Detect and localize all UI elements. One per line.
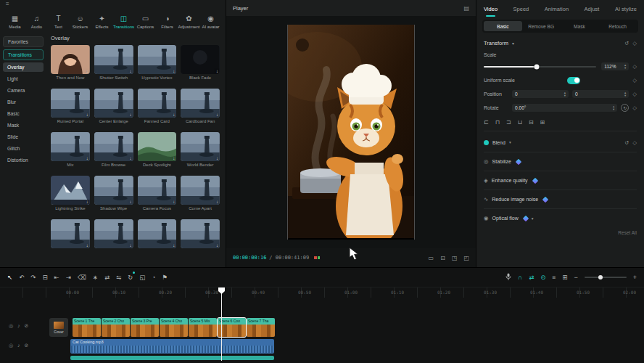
- video-preview[interactable]: [287, 25, 415, 240]
- mute-track-icon[interactable]: ♪: [17, 323, 20, 329]
- inspector-tab-speed[interactable]: Speed: [513, 1, 529, 17]
- transition-item-item[interactable]: ↓: [94, 219, 133, 256]
- mirror-icon[interactable]: ⇋: [116, 274, 121, 281]
- transition-thumbnail[interactable]: ↓: [94, 45, 133, 74]
- inspector-tab-adjust[interactable]: Adjust: [585, 1, 600, 17]
- transition-item-item[interactable]: ↓: [138, 219, 177, 256]
- category-transitions[interactable]: Transitions: [3, 49, 44, 60]
- sub-tab-mask[interactable]: Mask: [561, 21, 599, 31]
- timeline-zoom-slider[interactable]: [585, 277, 627, 278]
- section-reset-icon[interactable]: ↺: [624, 139, 629, 146]
- category-light[interactable]: Light: [3, 74, 44, 83]
- toggle-visibility-icon[interactable]: ◎: [9, 343, 13, 348]
- delete-icon[interactable]: ⌫: [78, 274, 86, 281]
- transition-item-then-and-now[interactable]: ↓ Then and Now: [51, 45, 90, 81]
- timeline-clip[interactable]: Scene 5 Mix: [189, 318, 217, 337]
- overlay-track-bar[interactable]: [70, 356, 274, 360]
- stepper-arrows-icon[interactable]: ▴▾: [613, 105, 614, 110]
- section-enhance-quality[interactable]: ◈ Enhance quality: [484, 171, 637, 189]
- marker-icon[interactable]: ⚑: [162, 274, 168, 281]
- fullscreen-icon[interactable]: ◰: [463, 255, 469, 261]
- transition-thumbnail[interactable]: ↓: [138, 176, 177, 205]
- position-keyframe-icon[interactable]: ◇: [632, 91, 637, 97]
- mini-player-icon[interactable]: ◳: [452, 255, 458, 261]
- transition-item-fanned-card[interactable]: ↓ Fanned Card: [138, 89, 177, 125]
- section-stabilize[interactable]: ◎ Stabilize: [484, 152, 637, 171]
- track-list-icon[interactable]: ≡: [552, 274, 556, 281]
- category-blur[interactable]: Blur: [3, 97, 44, 107]
- media-tab-effects[interactable]: ✦ Effects: [91, 15, 112, 29]
- align-center-v-icon[interactable]: ⊞: [540, 119, 545, 126]
- transition-item-shutter-switch[interactable]: ↓ Shutter Switch: [94, 45, 133, 81]
- transition-item-item[interactable]: ↓: [51, 219, 90, 256]
- rotate-dial-icon[interactable]: ↻: [621, 104, 629, 112]
- category-basic[interactable]: Basic: [3, 109, 44, 118]
- sub-tab-basic[interactable]: Basic: [484, 21, 522, 31]
- reset-all-button[interactable]: Reset All: [618, 230, 637, 235]
- transition-thumbnail[interactable]: ↓: [94, 132, 133, 161]
- media-tab-adjustment[interactable]: ✿ Adjustment: [178, 15, 199, 29]
- link-toggle[interactable]: ⊙: [540, 274, 545, 281]
- transition-thumbnail[interactable]: ↓: [94, 176, 133, 205]
- zoom-out-icon[interactable]: −: [574, 274, 577, 281]
- transition-item-film-browse[interactable]: ↓ Film Browse: [94, 132, 133, 168]
- mute-track-icon[interactable]: ♪: [17, 343, 20, 348]
- speed-icon[interactable]: ◔: [152, 274, 155, 281]
- category-distortion[interactable]: Distortion: [3, 155, 44, 165]
- uniform-scale-toggle[interactable]: [567, 77, 580, 84]
- transition-thumbnail[interactable]: ↓: [181, 219, 220, 248]
- playhead-line[interactable]: [221, 287, 222, 361]
- stepper-arrows-icon[interactable]: ▴▾: [624, 64, 626, 69]
- select-tool-icon[interactable]: ↖: [7, 274, 12, 281]
- transition-item-center-enlarge[interactable]: ↓ Center Enlarge: [94, 89, 133, 125]
- transition-thumbnail[interactable]: ↓: [138, 219, 177, 248]
- timeline-ruler[interactable]: 00:0000:1000:2000:3000:4000:5001:0001:10…: [0, 287, 644, 298]
- timeline-clip[interactable]: Scene 4 Cho: [160, 318, 188, 337]
- zoom-slider-knob[interactable]: [598, 275, 603, 280]
- align-left-icon[interactable]: ⊏: [484, 119, 489, 126]
- uniform-keyframe-icon[interactable]: ◇: [632, 77, 637, 83]
- section-blend[interactable]: Blend ▾ ↺◇: [484, 133, 637, 152]
- align-bottom-icon[interactable]: ⊔: [518, 119, 522, 126]
- scale-keyframe-icon[interactable]: ◇: [632, 63, 637, 70]
- split-icon[interactable]: ⊟: [42, 274, 47, 281]
- section-optical-flow[interactable]: ◉ Optical flow ▾: [484, 208, 637, 227]
- media-tab-ai-avatar[interactable]: ◉ AI avatar: [200, 15, 221, 29]
- transition-item-black-fade[interactable]: ↓ Black Fade: [181, 45, 220, 81]
- enabled-dot-icon[interactable]: [484, 140, 489, 145]
- transform-reset-icon[interactable]: ↺: [624, 40, 629, 46]
- timeline-clip[interactable]: Scene 3 Pre: [131, 318, 159, 337]
- media-tab-media[interactable]: ▦ Media: [4, 15, 25, 29]
- rotate-icon[interactable]: ↻: [128, 274, 133, 281]
- timeline-clip[interactable]: Scene 7 Tha: [247, 318, 275, 337]
- timeline-clip[interactable]: Scene 2 Cho: [102, 318, 130, 337]
- app-menu-icon[interactable]: ≡: [6, 1, 9, 7]
- rotate-stepper[interactable]: 0.00° ▴▾: [512, 104, 617, 112]
- magnet-toggle[interactable]: ∩: [518, 274, 522, 281]
- transition-item-world-bender[interactable]: ↓ World Bender: [181, 132, 220, 168]
- snap-toggle[interactable]: ⇄: [529, 274, 534, 281]
- lock-track-icon[interactable]: ⊘: [25, 343, 29, 348]
- scale-value-stepper[interactable]: 112% ▴▾: [601, 62, 629, 70]
- rotate-keyframe-icon[interactable]: ◇: [632, 105, 637, 111]
- category-mask[interactable]: Mask: [3, 121, 44, 130]
- transition-item-cardboard-fan[interactable]: ↓ Cardboard Fan: [181, 89, 220, 125]
- transition-thumbnail[interactable]: ↓: [181, 176, 220, 205]
- transition-thumbnail[interactable]: ↓: [51, 45, 90, 74]
- reverse-icon[interactable]: ⇄: [104, 274, 110, 281]
- transition-item-hypnotic-vortex[interactable]: ↓ Hypnotic Vortex: [138, 45, 177, 81]
- transition-thumbnail[interactable]: ↓: [138, 89, 177, 118]
- sub-tab-remove-bg[interactable]: Remove BG: [522, 21, 561, 31]
- snapshot-icon[interactable]: ⊡: [440, 255, 445, 261]
- align-top-icon[interactable]: ⊓: [495, 119, 500, 126]
- transition-thumbnail[interactable]: ↓: [181, 132, 220, 161]
- category-favorites[interactable]: Favorites: [3, 36, 44, 47]
- redo-icon[interactable]: ↷: [30, 274, 36, 281]
- sub-tab-retouch[interactable]: Retouch: [598, 21, 637, 31]
- zoom-in-icon[interactable]: +: [633, 274, 637, 281]
- transition-thumbnail[interactable]: ↓: [94, 89, 133, 118]
- transition-thumbnail[interactable]: ↓: [181, 45, 220, 74]
- position-x-stepper[interactable]: 0 ▴▾: [512, 90, 569, 98]
- ratio-icon[interactable]: ▭: [429, 255, 434, 261]
- transition-thumbnail[interactable]: ↓: [51, 176, 90, 205]
